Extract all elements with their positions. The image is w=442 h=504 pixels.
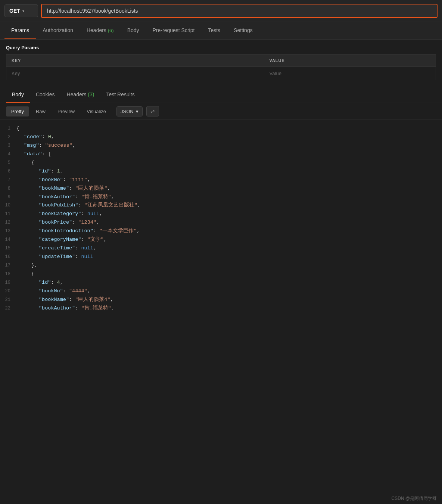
line-content: { xyxy=(16,124,439,133)
line-number: 6 xyxy=(3,168,16,175)
json-line: 18{ xyxy=(0,270,442,279)
json-line: 2"code": 0, xyxy=(0,133,442,141)
line-content: "bookIntroduction": "一本文学巨作", xyxy=(39,227,439,236)
line-number: 14 xyxy=(3,236,16,243)
response-tab-cookies[interactable]: Cookies xyxy=(30,87,61,103)
line-number: 20 xyxy=(3,287,16,295)
view-raw-button[interactable]: Raw xyxy=(31,106,51,116)
value-cell[interactable]: Value xyxy=(264,67,436,80)
format-label: JSON xyxy=(121,109,134,114)
method-selector[interactable]: GET ▾ xyxy=(4,4,38,17)
view-visualize-button[interactable]: Visualize xyxy=(81,106,111,116)
line-content: "msg": "success", xyxy=(24,141,439,150)
json-viewer: 1{2"code": 0,3"msg": "success",4"data": … xyxy=(0,120,442,317)
json-line: 14"categoryName": "文学", xyxy=(0,236,442,244)
chevron-down-icon: ▾ xyxy=(22,9,24,13)
line-number: 13 xyxy=(3,227,16,235)
view-preview-button[interactable]: Preview xyxy=(52,106,80,116)
line-number: 5 xyxy=(3,159,16,167)
json-line: 17}, xyxy=(0,261,442,270)
line-number: 7 xyxy=(3,176,16,184)
wrap-button[interactable]: ⇌ xyxy=(146,106,159,116)
json-line: 13"bookIntroduction": "一本文学巨作", xyxy=(0,227,442,236)
line-content: }, xyxy=(31,261,439,270)
json-line: 1{ xyxy=(0,124,442,133)
line-number: 19 xyxy=(3,279,16,286)
request-tab-bar: Params Authorization Headers (6) Body Pr… xyxy=(0,22,442,40)
footer-text: CSDN @是阿倩同学呀 xyxy=(391,496,437,501)
json-line: 8"bookName": "巨人的陨落", xyxy=(0,184,442,193)
line-number: 11 xyxy=(3,210,16,218)
response-headers-badge: (3) xyxy=(88,91,94,97)
json-line: 22"bookAuthor": "肯.福莱特", xyxy=(0,304,442,313)
response-tab-test-results[interactable]: Test Results xyxy=(100,87,140,103)
view-toolbar: Pretty Raw Preview Visualize JSON ▾ ⇌ xyxy=(0,103,442,120)
query-params-section: Query Params KEY VALUE Key Value xyxy=(0,40,442,80)
headers-badge: (6) xyxy=(108,28,114,33)
json-line: 5{ xyxy=(0,159,442,167)
response-section: Body Cookies Headers (3) Test Results Pr… xyxy=(0,87,442,317)
line-content: { xyxy=(31,159,439,167)
line-number: 16 xyxy=(3,253,16,261)
line-content: "bookCategory": null, xyxy=(39,210,439,218)
line-content: "bookName": "巨人的陨落4", xyxy=(39,296,439,304)
line-number: 18 xyxy=(3,270,16,278)
line-number: 2 xyxy=(3,133,16,141)
tab-headers[interactable]: Headers (6) xyxy=(80,22,121,39)
json-line: 20"bookNo": "4444", xyxy=(0,287,442,296)
line-number: 15 xyxy=(3,245,16,252)
tab-authorization[interactable]: Authorization xyxy=(36,22,80,39)
line-content: "bookNo": "1111", xyxy=(39,176,439,184)
params-table: KEY VALUE Key Value xyxy=(6,54,436,80)
json-line: 10"bookPublish": "江苏凤凰文艺出版社", xyxy=(0,201,442,210)
line-content: "createTime": null, xyxy=(39,244,439,253)
line-number: 3 xyxy=(3,142,16,149)
line-content: "updateTime": null xyxy=(39,253,439,261)
line-number: 10 xyxy=(3,202,16,209)
line-number: 4 xyxy=(3,150,16,158)
line-number: 1 xyxy=(3,125,16,132)
tab-pre-request[interactable]: Pre-request Script xyxy=(146,22,202,39)
line-number: 8 xyxy=(3,185,16,192)
line-number: 12 xyxy=(3,219,16,226)
line-content: "categoryName": "文学", xyxy=(39,236,439,244)
response-tab-headers[interactable]: Headers (3) xyxy=(61,87,100,103)
method-label: GET xyxy=(9,8,20,14)
json-line: 11"bookCategory": null, xyxy=(0,210,442,218)
format-selector[interactable]: JSON ▾ xyxy=(116,106,143,116)
json-line: 15"createTime": null, xyxy=(0,244,442,253)
tab-settings[interactable]: Settings xyxy=(227,22,259,39)
json-line: 12"bookPrice": "1234", xyxy=(0,218,442,227)
line-number: 9 xyxy=(3,193,16,201)
params-empty-row: Key Value xyxy=(6,67,436,80)
json-line: 6"id": 1, xyxy=(0,167,442,176)
line-content: "id": 4, xyxy=(39,279,439,287)
format-chevron-icon: ▾ xyxy=(136,109,138,114)
line-number: 21 xyxy=(3,296,16,304)
view-pretty-button[interactable]: Pretty xyxy=(6,106,29,116)
tab-tests[interactable]: Tests xyxy=(201,22,227,39)
line-content: "data": [ xyxy=(24,150,439,159)
json-line: 7"bookNo": "1111", xyxy=(0,176,442,184)
line-content: "bookAuthor": "肯.福莱特", xyxy=(39,193,439,202)
json-line: 16"updateTime": null xyxy=(0,253,442,261)
key-cell[interactable]: Key xyxy=(6,67,264,80)
json-line: 9"bookAuthor": "肯.福莱特", xyxy=(0,193,442,202)
line-number: 22 xyxy=(3,305,16,312)
top-bar: GET ▾ xyxy=(0,0,442,22)
line-content: "bookName": "巨人的陨落", xyxy=(39,184,439,193)
line-content: "bookNo": "4444", xyxy=(39,287,439,296)
tab-params[interactable]: Params xyxy=(4,22,36,39)
json-line: 3"msg": "success", xyxy=(0,141,442,150)
tab-body[interactable]: Body xyxy=(121,22,146,39)
value-column-header: VALUE xyxy=(264,55,436,67)
response-tab-body[interactable]: Body xyxy=(6,87,30,103)
footer: CSDN @是阿倩同学呀 xyxy=(386,493,442,504)
json-line: 21"bookName": "巨人的陨落4", xyxy=(0,296,442,304)
key-column-header: KEY xyxy=(6,55,264,67)
line-content: "bookAuthor": "肯.福莱特", xyxy=(39,304,439,313)
url-input[interactable] xyxy=(42,4,437,17)
line-content: { xyxy=(31,270,439,279)
line-number: 17 xyxy=(3,262,16,269)
url-input-container xyxy=(41,4,438,18)
